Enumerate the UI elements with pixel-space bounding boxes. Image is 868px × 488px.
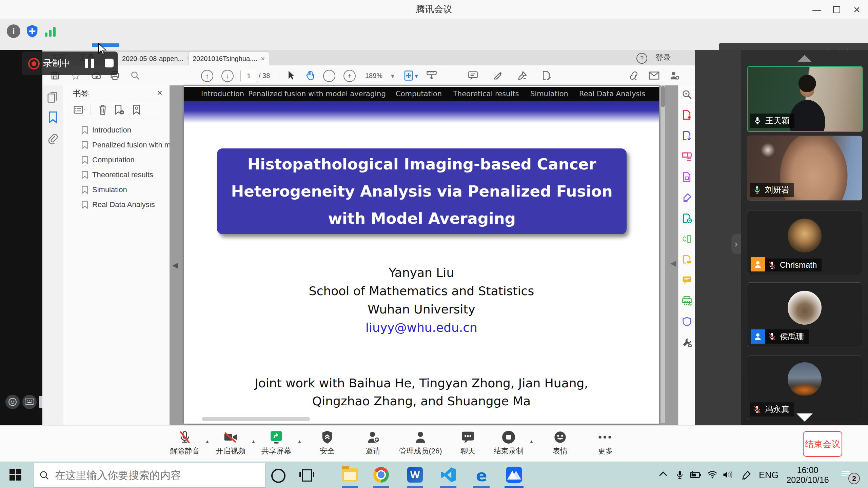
select-tool-button[interactable]: [285, 69, 297, 82]
tray-clock[interactable]: 16:00 2020/10/16: [784, 465, 831, 485]
invite-button[interactable]: 邀请: [351, 429, 395, 456]
find-button[interactable]: [129, 69, 141, 82]
fill-sign-icon[interactable]: [681, 192, 693, 203]
chat-button[interactable]: 聊天: [446, 429, 490, 456]
zoom-out-button[interactable]: −: [323, 70, 335, 82]
add-user-button[interactable]: [668, 69, 680, 82]
share-options-caret[interactable]: ▲: [297, 439, 302, 444]
pdf-doc-tab-2-active[interactable]: 20201016Tsinghua.... ×: [188, 52, 269, 66]
comment-icon[interactable]: [681, 274, 693, 286]
more-tools-icon[interactable]: [681, 337, 693, 348]
participant-tile[interactable]: Chrismath: [747, 210, 862, 275]
bookmarks-panel-icon-active[interactable]: [48, 111, 58, 123]
start-video-button[interactable]: 开启视频: [209, 429, 253, 456]
share-screen-button[interactable]: 共享屏幕: [254, 429, 298, 456]
next-page-button[interactable]: ↓: [221, 70, 234, 82]
keyboard-chat-button[interactable]: [22, 395, 37, 409]
zoom-dropdown-icon[interactable]: ▾: [391, 72, 394, 80]
bookmark-item[interactable]: Real Data Analysis: [81, 198, 155, 211]
slide-email-link[interactable]: liuyy@whu.edu.cn: [184, 321, 659, 334]
find-bookmark-icon[interactable]: [132, 104, 142, 115]
email-button[interactable]: [648, 69, 660, 82]
bookmark-options-button[interactable]: [74, 105, 85, 115]
scroll-up-arrow[interactable]: [798, 55, 811, 62]
task-view-button[interactable]: [302, 469, 312, 482]
page-number-input[interactable]: [240, 70, 257, 82]
comment-tool-button[interactable]: [467, 69, 479, 82]
taskbar-tencent-meeting[interactable]: [505, 466, 523, 484]
stop-recording-toolbar-button[interactable]: 结束录制: [487, 429, 531, 456]
participant-tile[interactable]: 冯永真: [747, 355, 862, 420]
delete-bookmark-icon[interactable]: [98, 104, 107, 115]
participant-tile[interactable]: 刘妍岩: [747, 136, 862, 201]
participant-tile[interactable]: 王天颖: [747, 66, 863, 132]
bookmark-item[interactable]: Theoretical results: [81, 168, 153, 182]
security-button[interactable]: 安全: [305, 429, 349, 456]
collapse-bookmarks-arrow[interactable]: ◀: [172, 261, 178, 270]
horizontal-scrollbar-thumb[interactable]: [202, 417, 310, 421]
tray-mic-icon[interactable]: [675, 470, 684, 480]
unmute-button[interactable]: 解除静音: [163, 429, 207, 456]
end-meeting-button[interactable]: 结束会议: [803, 431, 842, 457]
send-for-comments-icon[interactable]: [681, 212, 693, 224]
bookmark-item[interactable]: Simulation: [81, 183, 127, 197]
edit-document-button[interactable]: [540, 69, 552, 82]
tray-volume-icon[interactable]: [722, 470, 733, 480]
search-tools-icon[interactable]: [681, 89, 693, 100]
shield-health-icon[interactable]: [26, 24, 39, 38]
recording-options-caret[interactable]: ▲: [529, 439, 534, 444]
maximize-button[interactable]: [831, 5, 842, 14]
share-link-button[interactable]: [628, 69, 640, 82]
print-production-icon[interactable]: [681, 295, 693, 307]
hand-tool-button-active[interactable]: [304, 69, 316, 82]
tray-pen-icon[interactable]: [741, 470, 751, 480]
zoom-level-value[interactable]: 189%: [363, 72, 384, 81]
tray-language[interactable]: ENG: [759, 470, 779, 481]
emoji-button[interactable]: 表情: [538, 429, 582, 456]
fit-page-button[interactable]: [402, 69, 415, 82]
minimize-button[interactable]: —: [811, 5, 823, 14]
fit-dropdown-icon[interactable]: ▾: [415, 72, 418, 80]
search-input[interactable]: [54, 469, 245, 482]
more-button[interactable]: ••• 更多: [584, 429, 628, 456]
taskbar-edge[interactable]: e: [473, 466, 490, 484]
manage-members-button[interactable]: 管理成员(26): [395, 429, 446, 456]
create-pdf-icon[interactable]: [681, 109, 693, 121]
zoom-in-button[interactable]: +: [343, 70, 356, 82]
cortana-button[interactable]: [271, 469, 285, 483]
add-bookmark-icon[interactable]: [114, 104, 124, 115]
start-button[interactable]: [9, 469, 21, 481]
participant-tile[interactable]: 侯禹珊: [747, 282, 862, 347]
scan-ocr-icon[interactable]: [681, 233, 693, 245]
taskbar-vscode[interactable]: [439, 466, 457, 484]
tray-expand-chevron[interactable]: [658, 470, 668, 477]
pause-recording-button[interactable]: [85, 59, 94, 68]
pdf-doc-tab-1[interactable]: 2020-05-08-appen... ×: [118, 52, 195, 66]
meeting-info-icon[interactable]: i: [7, 24, 20, 38]
vertical-scrollbar-thumb[interactable]: [661, 86, 665, 107]
collapse-tools-arrow[interactable]: ◀: [670, 259, 676, 268]
bookmark-item[interactable]: Penalized fusion with mode: [81, 138, 183, 152]
edit-pdf-icon[interactable]: [681, 150, 693, 162]
attachments-icon[interactable]: [48, 134, 58, 145]
vertical-scrollbar-track[interactable]: [660, 85, 665, 423]
bookmarks-close-button[interactable]: ×: [157, 87, 162, 98]
participants-panel-handle[interactable]: ›: [731, 234, 741, 254]
emoji-reaction-button[interactable]: [5, 395, 20, 409]
taskbar-file-explorer[interactable]: [341, 466, 359, 484]
stop-recording-button[interactable]: [105, 59, 114, 67]
sign-tool-button[interactable]: [516, 69, 529, 82]
tray-wifi-icon[interactable]: [707, 470, 717, 479]
login-button[interactable]: 登录: [655, 50, 671, 65]
previous-page-button[interactable]: ↑: [201, 70, 213, 82]
tab-close-icon[interactable]: ×: [261, 55, 265, 63]
highlight-tool-button[interactable]: [492, 69, 504, 82]
taskbar-search[interactable]: [34, 463, 265, 488]
export-pdf-icon[interactable]: [681, 130, 693, 141]
protect-icon[interactable]: [681, 316, 693, 327]
bookmark-item[interactable]: Introduction: [81, 123, 131, 137]
reflow-button[interactable]: [426, 69, 438, 82]
organize-pages-icon[interactable]: [681, 171, 693, 183]
scroll-down-arrow[interactable]: [796, 413, 813, 422]
bookmark-item[interactable]: Computation: [81, 153, 135, 167]
